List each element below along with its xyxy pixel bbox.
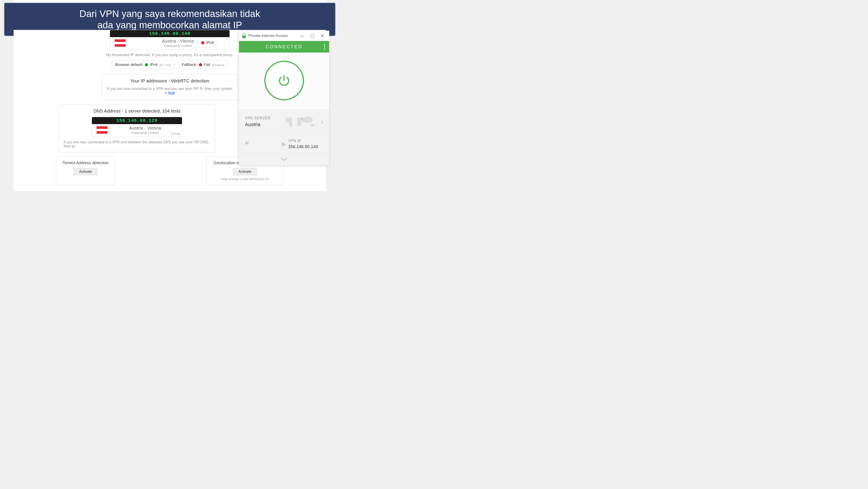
pia-app-title: Private Internet Access [249,33,296,38]
vpn-ip-value: 156.146.60.140 [288,144,323,149]
chevron-down-icon [280,157,288,161]
dns-isp: Datacamp Limited [111,131,179,135]
vpn-server-value: Austria [245,122,271,127]
dns-ip-bar: 156.146.60.129 [92,117,182,124]
svg-point-5 [310,124,315,127]
minimize-button[interactable]: — [298,33,306,38]
kebab-menu-icon[interactable] [324,44,325,50]
pia-titlebar[interactable]: Private Internet Access — ☐ ✕ [239,31,329,41]
status-dot-green-icon [145,63,148,66]
fallback-pill: Fallback: Fail (timeout [178,60,228,69]
pia-ip-section: IP ▶ VPN IP 156.146.60.140 [239,135,329,154]
chevron-right-icon: › [321,118,323,126]
close-button[interactable]: ✕ [318,33,326,38]
maximize-button[interactable]: ☐ [309,33,316,38]
svg-point-1 [289,121,292,127]
power-toggle-button[interactable] [265,61,304,100]
power-icon [277,74,291,87]
world-map-icon [282,114,318,130]
webrtc-note: If you are now connected to a VPN and yo… [107,87,232,95]
arrow-right-icon: ▶ [282,141,286,148]
vpn-server-label: VPN SERVER [245,116,271,120]
dns-hits: 171 hit [171,132,180,136]
torrent-card: Torrent Address detection Activate [56,157,115,185]
lock-icon [242,33,246,38]
dns-card: DNS Address - 1 server detected, 104 tes… [59,104,215,152]
torrent-activate-button[interactable]: Activate [73,168,98,175]
webrtc-card: Your IP addresses - WebRTC detection If … [102,74,238,100]
banner-line2: ada yang membocorkan alamat IP [97,20,242,30]
svg-point-6 [301,118,303,120]
ipv6-pill: IPv6 [197,38,216,48]
webrtc-title: Your IP addresses - WebRTC detection [107,78,232,84]
vpn-ip-label: VPN IP [288,139,323,143]
expand-button[interactable] [239,154,329,165]
pia-app-window: Private Internet Access — ☐ ✕ CONNECTED … [239,31,329,166]
svg-point-3 [297,120,302,126]
torrent-title: Torrent Address detection [60,161,112,165]
ip-address-bar: 156.146.60.140 [110,30,229,37]
status-dot-red-icon [201,41,205,45]
browser-default-pill: Browser default: IPv4 (67 ms) [111,60,175,69]
geo-note: (may prompt a user permission on [210,177,280,181]
leak-link[interactable]: leak [168,91,175,95]
svg-point-4 [302,117,313,123]
pia-status-bar: CONNECTED [239,41,329,53]
austria-flag-icon [115,39,126,47]
dns-ip-card: 156.146.60.129 Austria - Vienna Datacamp… [92,117,182,137]
ip-label: IP [245,141,280,145]
pia-status-text: CONNECTED [266,44,303,49]
dns-title: DNS Address - 1 server detected, 104 tes… [64,109,210,114]
banner-line1: Dari VPN yang saya rekomendasikan tidak [80,8,260,19]
status-dot-red-icon [199,63,202,66]
pia-power-area [239,53,329,109]
dns-note: If you are now connected to a VPN and be… [64,140,210,148]
austria-flag-icon [96,126,108,134]
dns-location: Austria - Vienna [111,125,179,131]
pia-server-section[interactable]: VPN SERVER Austria › [239,109,329,135]
geo-activate-button[interactable]: Activate [233,168,257,175]
